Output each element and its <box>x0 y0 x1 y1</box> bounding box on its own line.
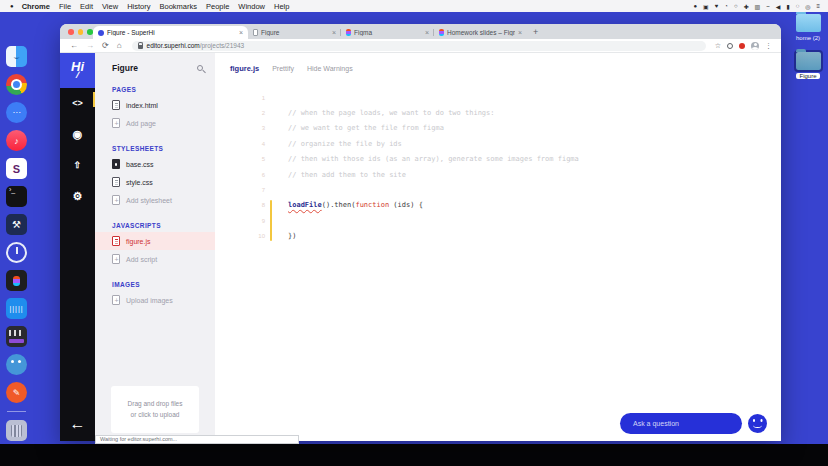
upload-share-icon[interactable]: ⇧ <box>74 158 82 172</box>
dropzone-text-2: or click to upload <box>131 410 180 420</box>
profile-avatar[interactable] <box>751 42 759 50</box>
file-label: index.html <box>126 102 158 109</box>
file-sidebar: Figure PAGES index.html Add page STYLESH… <box>95 53 215 441</box>
figma-favicon <box>346 29 351 36</box>
file-label: style.css <box>126 179 153 186</box>
tab-homework-slides[interactable]: Homework slides – Figma × <box>434 26 527 39</box>
tab-bar: Figure - SuperHi × Figure × Figma × Home… <box>60 24 781 39</box>
tab-close-icon[interactable]: × <box>425 29 429 36</box>
dock-intercom-icon[interactable]: ||||| <box>6 298 27 319</box>
dock-slack-icon[interactable]: S <box>6 158 27 179</box>
prettify-button[interactable]: Prettify <box>272 65 294 72</box>
add-stylesheet-button[interactable]: Add stylesheet <box>95 191 215 209</box>
tab-figma[interactable]: Figma × <box>341 26 434 39</box>
status-icon-3[interactable]: ♥ <box>715 3 719 9</box>
line-number: 5 <box>215 156 265 162</box>
file-item-base-css[interactable]: base.css <box>95 155 215 173</box>
code-statement: loadFile().then(function (ids) { <box>265 201 423 209</box>
extension-icon[interactable] <box>727 43 733 49</box>
status-icon-5[interactable]: ○ <box>734 3 738 9</box>
siri-icon[interactable]: ◎ <box>805 3 810 10</box>
line-number: 1 <box>215 95 265 101</box>
status-icon-6[interactable]: ✚ <box>744 3 749 10</box>
bookmark-star-icon[interactable]: ☆ <box>715 42 721 50</box>
spotlight-icon[interactable]: ◌ <box>796 3 800 9</box>
menubar-item-bookmarks[interactable]: Bookmarks <box>159 2 197 11</box>
zoom-window-button[interactable] <box>87 29 93 35</box>
status-icon-2[interactable]: ▣ <box>703 3 709 10</box>
status-icon-4[interactable]: ◔ <box>724 3 728 9</box>
menubar-item-view[interactable]: View <box>102 2 118 11</box>
dock-media-app-icon[interactable] <box>6 326 27 347</box>
desktop-folder-figure[interactable]: Figure <box>786 52 828 79</box>
close-window-button[interactable] <box>68 29 74 35</box>
address-bar[interactable]: editor.superhi.com /projects/21943 <box>132 41 706 51</box>
tab-label: Figma <box>354 29 422 36</box>
menubar-item-chrome[interactable]: Chrome <box>22 2 50 11</box>
editor-content: Hi / <> ◉ ⇧ ⚙ ← Figure PAGES inde <box>60 53 781 441</box>
chrome-menu-icon[interactable]: ⋮ <box>765 42 772 50</box>
wifi-icon[interactable]: ~ <box>766 3 770 9</box>
search-icon[interactable] <box>197 65 203 71</box>
tab-close-icon[interactable]: × <box>518 29 522 36</box>
dock-finder-icon[interactable]: ⌣ <box>6 46 27 67</box>
dock-messages-icon[interactable]: ⋯ <box>6 102 27 123</box>
home-icon[interactable]: ⌂ <box>117 41 122 50</box>
forward-icon[interactable]: → <box>86 41 94 50</box>
status-icon-1[interactable]: ● <box>693 3 697 9</box>
dock-xcode-icon[interactable]: ⚒ <box>6 214 27 235</box>
dock-chrome-icon[interactable] <box>6 74 27 95</box>
help-smiley-button[interactable] <box>748 414 767 433</box>
desktop-folder-home[interactable]: home (2) <box>786 14 828 41</box>
file-dropzone[interactable]: Drag and drop files or click to upload <box>111 386 199 433</box>
battery-icon[interactable]: ▮ <box>786 3 789 10</box>
file-item-figure-js[interactable]: figure.js <box>95 232 215 250</box>
minimize-window-button[interactable] <box>78 29 84 35</box>
ask-question-input[interactable]: Ask a question <box>620 413 742 434</box>
superhi-logo[interactable]: Hi / <box>60 53 95 88</box>
menubar-item-help[interactable]: Help <box>274 2 289 11</box>
tab-label: Figure - SuperHi <box>107 29 236 36</box>
dock-clock-icon[interactable] <box>6 242 27 263</box>
tab-close-icon[interactable]: × <box>239 29 243 36</box>
dock-twitter-icon[interactable] <box>6 354 27 375</box>
dock-figma-icon[interactable] <box>6 270 27 291</box>
settings-gear-icon[interactable]: ⚙ <box>73 189 83 203</box>
code-view-icon[interactable]: <> <box>72 96 83 110</box>
extension-badge-icon[interactable] <box>739 43 745 49</box>
display-icon[interactable]: ▥ <box>755 3 761 10</box>
apple-menu-icon[interactable]: ● <box>10 3 14 9</box>
dock-music-icon[interactable]: ♪ <box>6 130 27 151</box>
tab-close-icon[interactable]: × <box>332 29 336 36</box>
back-arrow-button[interactable]: ← <box>60 415 95 433</box>
upload-images-button[interactable]: Upload images <box>95 291 215 309</box>
new-tab-button[interactable]: + <box>533 27 538 39</box>
section-images: IMAGES Upload images <box>95 281 215 309</box>
back-icon[interactable]: ← <box>70 41 78 50</box>
file-item-index-html[interactable]: index.html <box>95 96 215 114</box>
code-line: 8 loadFile().then(function (ids) { <box>215 198 781 213</box>
preview-eye-icon[interactable]: ◉ <box>73 127 83 141</box>
menubar-item-edit[interactable]: Edit <box>80 2 93 11</box>
dock-terminal-icon[interactable]: ›_ <box>6 186 27 207</box>
menubar-item-history[interactable]: History <box>127 2 150 11</box>
reload-icon[interactable]: ⟳ <box>102 41 109 50</box>
tab-figure[interactable]: Figure × <box>248 26 341 39</box>
figma-logo <box>13 276 20 286</box>
volume-icon[interactable]: ◀ <box>776 3 781 10</box>
dock-drawing-app-icon[interactable]: ✎ <box>6 382 27 403</box>
add-script-button[interactable]: Add script <box>95 250 215 268</box>
menubar-item-window[interactable]: Window <box>238 2 265 11</box>
menubar-item-file[interactable]: File <box>59 2 71 11</box>
notification-center-icon[interactable]: ≡ <box>816 3 820 9</box>
figma-favicon <box>439 29 444 36</box>
tab-figure-superhi[interactable]: Figure - SuperHi × <box>93 26 248 39</box>
hide-warnings-button[interactable]: Hide Warnings <box>307 65 353 72</box>
file-icon <box>112 100 120 110</box>
code-area[interactable]: 1 2 // when the page loads, we want to d… <box>215 90 781 244</box>
add-page-button[interactable]: Add page <box>95 114 215 132</box>
section-stylesheets: STYLESHEETS base.css style.css Add style… <box>95 145 215 209</box>
dock-trash-icon[interactable] <box>6 420 27 441</box>
file-item-style-css[interactable]: style.css <box>95 173 215 191</box>
menubar-item-people[interactable]: People <box>206 2 229 11</box>
